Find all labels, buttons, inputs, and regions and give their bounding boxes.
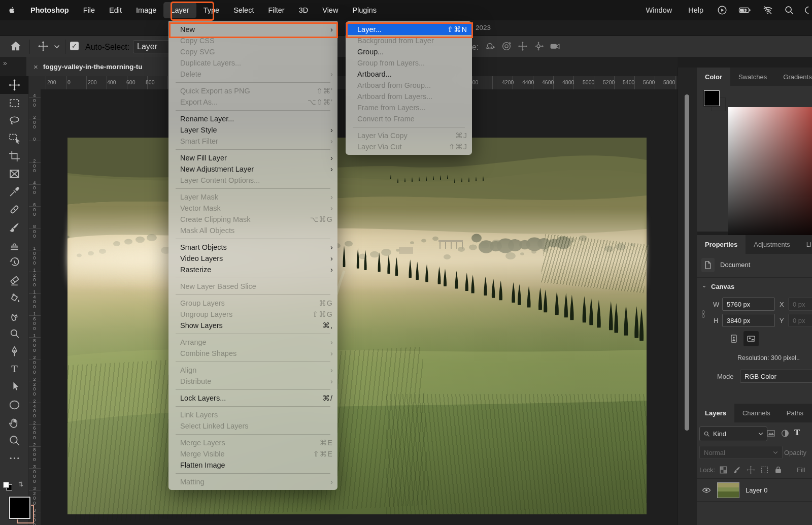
- menu-item-video-layers[interactable]: Video Layers›: [168, 253, 337, 264]
- orbit-3d-icon[interactable]: [485, 41, 496, 52]
- lock-position-icon[interactable]: [746, 465, 756, 475]
- menu-item-show-layers[interactable]: Show Layers⌘,: [168, 320, 337, 331]
- layer-name[interactable]: Layer 0: [746, 486, 767, 494]
- canvas-section-chevron-icon[interactable]: ⌄: [702, 282, 706, 289]
- vertical-ruler[interactable]: 4 0 02 0 002 0 04 0 06 0 08 0 01 0 0 01 …: [28, 89, 41, 525]
- menu-item-new-adjustment-layer[interactable]: New Adjustment Layer›: [168, 163, 337, 175]
- menubar-item-filter[interactable]: Filter: [261, 0, 291, 20]
- tab-libraries[interactable]: Li: [798, 235, 811, 254]
- lasso-tool[interactable]: [0, 112, 28, 129]
- filter-pixel-layers-icon[interactable]: [765, 429, 777, 438]
- hand-tool[interactable]: [0, 414, 28, 432]
- search-icon[interactable]: [784, 5, 795, 16]
- menu-item-rename-layer[interactable]: Rename Layer...: [168, 113, 337, 124]
- layer-filter-dropdown[interactable]: Kind: [699, 426, 767, 441]
- menubar-item-window[interactable]: Window: [638, 0, 681, 20]
- menubar-item-type[interactable]: Type: [196, 0, 226, 20]
- tab-properties[interactable]: Properties: [697, 235, 746, 254]
- blend-mode-dropdown[interactable]: Normal: [699, 446, 783, 459]
- menubar-item-select[interactable]: Select: [226, 0, 261, 20]
- mode-dropdown[interactable]: RGB Color: [740, 370, 812, 383]
- apple-menu[interactable]: [0, 0, 23, 20]
- clone-stamp-tool[interactable]: [0, 236, 28, 254]
- dodge-tool[interactable]: [0, 325, 28, 343]
- lock-pixels-icon[interactable]: [732, 465, 742, 475]
- x-field[interactable]: 0 px: [788, 298, 812, 311]
- menubar-item-file[interactable]: File: [76, 0, 102, 20]
- layer-visibility-eye-icon[interactable]: [701, 485, 712, 495]
- path-selection-tool[interactable]: [0, 378, 28, 396]
- tab-adjustments[interactable]: Adjustments: [746, 235, 798, 254]
- paint-bucket-tool[interactable]: [0, 289, 28, 307]
- menubar-item-help[interactable]: Help: [680, 0, 712, 20]
- roll-3d-icon[interactable]: [501, 41, 512, 52]
- ellipse-tool[interactable]: [0, 396, 28, 414]
- camera-3d-icon[interactable]: [550, 41, 561, 52]
- eyedropper-tool[interactable]: [0, 183, 28, 201]
- tab-gradients[interactable]: Gradients: [775, 68, 812, 86]
- tab-layers[interactable]: Layers: [697, 404, 734, 422]
- menu-item-lock-layers[interactable]: Lock Layers...⌘/: [168, 392, 337, 404]
- menubar-item-image[interactable]: Image: [129, 0, 163, 20]
- lock-all-icon[interactable]: [773, 465, 783, 475]
- menu-item-artboard[interactable]: Artboard...: [346, 69, 472, 80]
- y-field[interactable]: 0 px: [788, 314, 812, 327]
- menubar-item-3d[interactable]: 3D: [292, 0, 316, 20]
- tab-paths[interactable]: Paths: [779, 404, 811, 422]
- auto-select-checkbox[interactable]: ✓: [70, 42, 79, 50]
- portrait-orientation-button[interactable]: [726, 331, 741, 346]
- history-brush-tool[interactable]: [0, 254, 28, 272]
- zoom-tool[interactable]: [0, 432, 28, 449]
- tab-overflow-chevrons[interactable]: »: [3, 59, 7, 67]
- menu-item-new-fill-layer[interactable]: New Fill Layer›: [168, 152, 337, 163]
- close-tab-icon[interactable]: ×: [33, 62, 38, 71]
- brush-tool[interactable]: [0, 218, 28, 236]
- default-colors-icon[interactable]: [2, 481, 12, 490]
- foreground-color-swatch[interactable]: [9, 497, 30, 519]
- battery-charging-icon[interactable]: [738, 5, 752, 16]
- menubar-item-plugins[interactable]: Plugins: [345, 0, 384, 20]
- menu-item-smart-objects[interactable]: Smart Objects›: [168, 242, 337, 253]
- menu-item-layer[interactable]: Layer...⇧⌘N: [346, 24, 472, 35]
- eraser-tool[interactable]: [0, 272, 28, 289]
- menu-item-new[interactable]: New›: [168, 24, 337, 35]
- width-field[interactable]: 5760 px: [722, 298, 775, 311]
- chevron-down-icon[interactable]: [54, 45, 60, 49]
- edit-toolbar[interactable]: [0, 449, 28, 467]
- lock-artboard-icon[interactable]: [760, 465, 769, 475]
- pen-tool[interactable]: [0, 343, 28, 360]
- play-circle-icon[interactable]: [717, 5, 728, 16]
- menubar-item-edit[interactable]: Edit: [102, 0, 129, 20]
- menubar-item-layer[interactable]: Layer: [163, 2, 196, 18]
- wifi-off-icon[interactable]: [762, 5, 773, 16]
- menu-item-rasterize[interactable]: Rasterize›: [168, 264, 337, 275]
- landscape-orientation-button[interactable]: [743, 331, 759, 346]
- filter-adjustment-layers-icon[interactable]: [780, 429, 791, 438]
- tab-color[interactable]: Color: [697, 68, 730, 86]
- link-dimensions-icon[interactable]: [697, 302, 710, 326]
- slide-3d-icon[interactable]: [533, 41, 545, 52]
- rectangular-marquee-tool[interactable]: [0, 94, 28, 112]
- type-tool[interactable]: T: [0, 360, 28, 378]
- panel-foreground-swatch[interactable]: [704, 90, 720, 106]
- menu-item-group[interactable]: Group...: [346, 46, 472, 57]
- home-button[interactable]: [9, 40, 22, 53]
- object-selection-tool[interactable]: [0, 129, 28, 147]
- move-tool[interactable]: [0, 76, 28, 94]
- menubar-item-photoshop[interactable]: Photoshop: [23, 0, 76, 20]
- layer-row[interactable]: Layer 0: [697, 479, 812, 501]
- color-picker-field[interactable]: [728, 107, 812, 245]
- menu-item-layer-style[interactable]: Layer Style›: [168, 124, 337, 136]
- filter-type-layers-icon[interactable]: T: [794, 428, 800, 438]
- smudge-tool[interactable]: [0, 307, 28, 325]
- lock-transparency-icon[interactable]: [719, 465, 728, 475]
- canvas-vertical-scrollbar[interactable]: [685, 94, 689, 431]
- pan-3d-icon[interactable]: [517, 41, 528, 52]
- tab-channels[interactable]: Channels: [734, 404, 779, 422]
- menubar-item-view[interactable]: View: [315, 0, 345, 20]
- frame-tool[interactable]: [0, 165, 28, 183]
- menu-item-flatten-image[interactable]: Flatten Image: [168, 460, 337, 471]
- crop-tool[interactable]: [0, 147, 28, 165]
- height-field[interactable]: 3840 px: [722, 314, 775, 327]
- layer-thumbnail[interactable]: [717, 482, 739, 498]
